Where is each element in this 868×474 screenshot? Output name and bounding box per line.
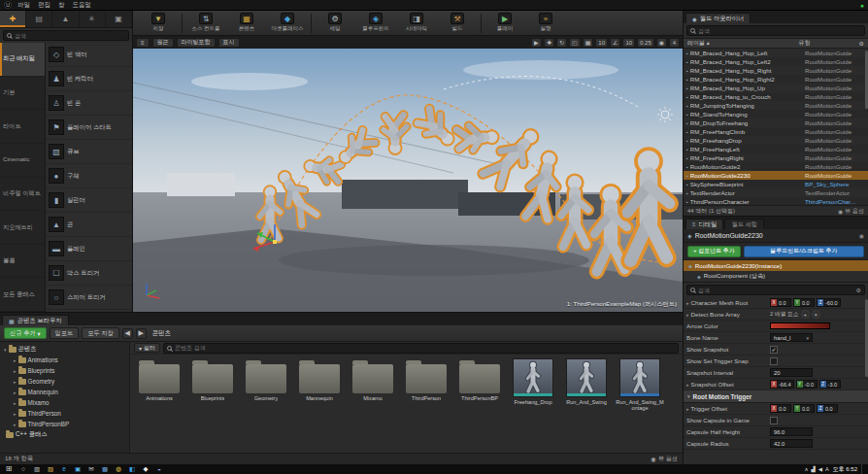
outliner-row[interactable]: ▪RootMotionGuide2230RootMotionGuide [684,171,868,180]
folder-tile[interactable]: Geometry [241,358,291,401]
tree-item[interactable]: ▸Mannequin [0,387,129,397]
angle-snap-value[interactable]: 10 [622,38,635,48]
photos-icon[interactable]: ▩ [98,464,112,474]
gear-icon[interactable]: ⚙ [859,40,864,47]
asset-tile[interactable]: Freehang_Drop [508,358,558,405]
placement-item[interactable]: ▧큐브 [46,140,132,164]
content-search[interactable] [163,343,679,354]
placement-item[interactable]: ♟빈 캐릭터 [46,67,132,91]
tree-item[interactable]: ▸Blueprints [0,365,129,376]
menu-item[interactable]: 파일 [17,1,30,10]
landscape-mode-tab[interactable]: ▲ [52,11,79,27]
tree-item[interactable]: ▾콘텐츠 [0,344,129,355]
save-button[interactable]: ▼저장 [139,13,178,32]
outliner-view-options[interactable]: ◉ 뷰 옵션 [838,207,864,216]
checkbox[interactable]: ✓ [770,346,778,354]
placement-category[interactable]: 볼륨 [0,245,45,279]
tab-content-browser[interactable]: ▦ 콘텐츠 브라우저 [2,315,69,325]
geometry-mode-tab[interactable]: ▣ [106,11,132,27]
rotate-tool-icon[interactable]: ↻ [556,38,567,48]
component-row[interactable]: ◈RootComponent (상속) [684,271,868,282]
tree-item[interactable]: ▸ThirdPersonBP [0,419,129,429]
expand-arrow-icon[interactable]: ▸ [686,312,689,318]
tab-details[interactable]: ≡ 디테일 [685,219,723,229]
placement-item[interactable]: ●구체 [46,164,132,188]
color-swatch[interactable] [770,322,830,329]
clear-array-button[interactable]: × [812,310,820,319]
save-all-button[interactable]: 모두 저장 [82,327,118,339]
vector-field[interactable]: X0.0 [770,404,791,413]
placement-category[interactable]: 라이트 [0,110,45,144]
placement-item[interactable]: ▲콘 [46,213,132,237]
menu-item[interactable]: 편집 [38,1,50,10]
store-icon[interactable]: ▣ [71,464,84,474]
details-search[interactable]: ⚙ [686,285,865,295]
viewport-options-icon[interactable]: ≡ [136,38,150,48]
vector-field[interactable]: Y-0.0 [796,380,818,389]
placement-item[interactable]: ▬플레인 [46,237,132,261]
view-mode-button[interactable]: 라이팅포함 [177,38,216,48]
show-button[interactable]: 표시 [218,38,240,48]
content-button[interactable]: ▦콘텐츠 [227,13,266,32]
outliner-row[interactable]: ▪RM_Braced_Hang_Hop_RightRootMotionGuide [684,66,868,75]
select-tool-icon[interactable]: ▶ [531,38,542,48]
volume-icon[interactable]: ◀ [818,466,822,472]
cinematics-button[interactable]: ◨시네마틱 [397,13,436,32]
paint-mode-tab[interactable]: ▤ [26,11,52,27]
folder-tile[interactable]: Mannequin [294,358,345,401]
play-button[interactable]: ▶플레이 [485,13,524,32]
forward-button[interactable]: ▶ [136,328,147,339]
tree-item[interactable]: C++ 클래스 [0,429,129,440]
unreal-icon[interactable]: ◆ [139,464,152,474]
outliner-row[interactable]: ▪RM_DropToFreehangRootMotionGuide [684,118,868,127]
vector-field[interactable]: X0.0 [770,298,791,307]
column-label[interactable]: 레이블 ▴ [687,39,710,48]
asset-tile[interactable]: Run_And_Swing [561,358,612,405]
grid-snap-icon[interactable]: ▦ [583,38,594,48]
add-component-button[interactable]: + 컴포넌트 추가 [687,246,741,257]
show-desktop-button[interactable] [861,464,863,474]
placement-category[interactable]: 비주얼 이펙트 [0,178,45,212]
lock-icon[interactable]: ◉ [859,232,864,239]
back-button[interactable]: ◀ [122,328,133,339]
browser-icon[interactable]: ◍ [112,464,125,474]
tray-chevron-icon[interactable]: ∧ [804,466,808,472]
tab-world-settings[interactable]: 월드 세팅 [724,219,764,229]
folder-tile[interactable]: ThirdPersonBP [454,358,505,401]
folder-tile[interactable]: Animations [134,358,184,401]
folder-tile[interactable]: Mixamo [348,358,398,401]
placement-category[interactable]: 지오메트리 [0,211,45,245]
outliner-row[interactable]: ▪RM_FreehangDropRootMotionGuide [684,136,868,145]
viewport-scene[interactable] [133,49,683,312]
column-type[interactable]: 유형 [799,39,859,48]
mail-icon[interactable]: ✉ [84,464,98,474]
outliner-header[interactable]: 레이블 ▴ 유형 ⚙ [684,38,868,49]
number-field[interactable]: 42.0 [770,439,813,448]
folder-tile[interactable]: ThirdPerson [401,358,451,401]
placement-category[interactable]: 기본 [0,77,45,111]
tree-item[interactable]: ▸ThirdPerson [0,408,129,419]
expand-arrow-icon[interactable]: ▸ [686,406,689,412]
outliner-row[interactable]: ▪RM_Braced_Hang_Hop_Right2RootMotionGuid… [684,75,868,84]
folder-tile[interactable]: Blueprints [187,358,238,401]
placement-item[interactable]: ○스피어 트리거 [46,286,132,310]
import-button[interactable]: 임포트 [50,327,80,339]
placement-item[interactable]: ▮실린더 [46,188,132,213]
build-button[interactable]: ⚒빌드 [438,13,477,32]
property-category[interactable]: ▾Root Motion Trigger [684,390,868,403]
network-icon[interactable]: ▟ [812,466,816,472]
add-element-button[interactable]: + [801,310,810,319]
vector-field[interactable]: Y0.0 [793,298,815,307]
outliner-row[interactable]: ▪RM_FreeHangLeftRootMotionGuide [684,145,868,153]
outliner-row[interactable]: ▪RM_Braced_Hang_Hop_LeftRootMotionGuide [684,49,868,57]
filter-button[interactable]: ▾ 필터 [134,343,160,353]
outliner-row[interactable]: ▪ThirdPersonCharacterThirdPersonChar... [684,197,868,205]
scale-tool-icon[interactable]: ◰ [569,38,581,48]
tree-item[interactable]: ▸Geometry [0,376,129,387]
placement-item[interactable]: ♙빈 폰 [46,91,132,116]
move-tool-icon[interactable]: ✚ [544,38,554,48]
outliner-search[interactable] [686,25,865,36]
asset-tile[interactable]: Run_And_Swing_Montage [615,358,665,412]
placement-item[interactable]: ◇빈 액터 [46,43,132,67]
camera-speed-icon[interactable]: ◉ [656,38,667,48]
